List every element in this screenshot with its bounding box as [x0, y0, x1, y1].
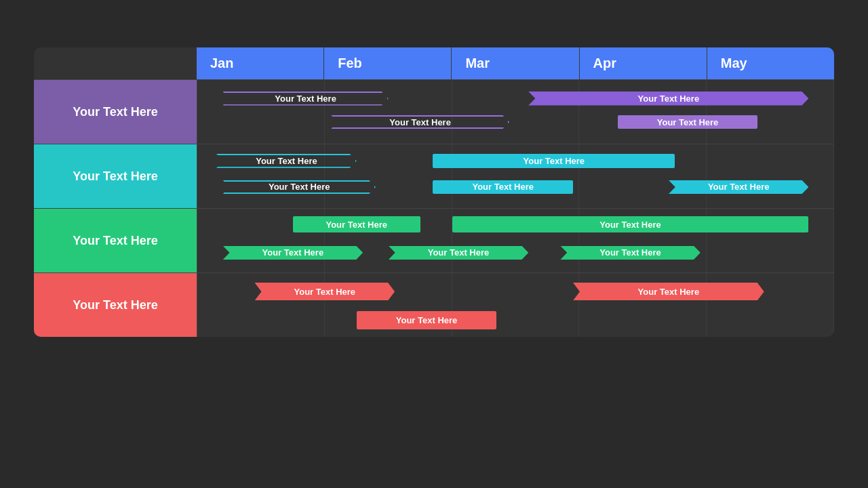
swimlane-row-4: Your Text HereYour Text HereYour Text He… — [34, 272, 834, 337]
grid-col-4 — [579, 144, 707, 208]
page: JanFebMarAprMay Your Text HereYour Text … — [0, 0, 868, 357]
grid-col-3 — [452, 209, 580, 272]
grid-col-2 — [325, 80, 452, 144]
grid-col-3 — [452, 80, 580, 144]
grid-col-2 — [325, 273, 452, 337]
grid-col-5 — [707, 209, 834, 272]
grid-col-4 — [579, 209, 707, 272]
lane-content-4: Your Text HereYour Text HereYour Text He… — [197, 273, 834, 337]
lane-label-4: Your Text Here — [34, 273, 197, 337]
grid-col-1 — [197, 80, 325, 144]
header-row: JanFebMarAprMay — [197, 47, 834, 79]
month-header-may: May — [707, 47, 834, 79]
month-header-jan: Jan — [197, 47, 324, 79]
grid-col-4 — [579, 80, 707, 144]
grid-col-1 — [197, 273, 325, 337]
grid-col-5 — [707, 273, 834, 337]
lane-content-2: Your Text HereYour Text HereYour Text He… — [197, 144, 834, 208]
lane-label-3: Your Text Here — [34, 209, 197, 272]
grid-col-4 — [579, 273, 707, 337]
lane-label-1: Your Text Here — [34, 80, 197, 144]
month-header-mar: Mar — [452, 47, 579, 79]
lane-label-2: Your Text Here — [34, 144, 197, 208]
grid-col-3 — [452, 273, 580, 337]
grid-col-1 — [197, 144, 325, 208]
grid-col-5 — [707, 144, 834, 208]
timeline-container: JanFebMarAprMay Your Text HereYour Text … — [34, 47, 834, 337]
month-header-apr: Apr — [580, 47, 707, 79]
lane-content-1: Your Text HereYour Text HereYour Text He… — [197, 80, 834, 144]
grid-col-2 — [325, 209, 452, 272]
lane-content-3: Your Text HereYour Text HereYour Text He… — [197, 209, 834, 272]
swimlane-row-3: Your Text HereYour Text HereYour Text He… — [34, 208, 834, 272]
grid-col-1 — [197, 209, 325, 272]
swimlane-row-1: Your Text HereYour Text HereYour Text He… — [34, 79, 834, 144]
grid-col-2 — [325, 144, 452, 208]
month-header-feb: Feb — [324, 47, 452, 79]
grid-col-5 — [707, 80, 834, 144]
grid-col-3 — [452, 144, 580, 208]
swimlanes: Your Text HereYour Text HereYour Text He… — [34, 79, 834, 337]
swimlane-row-2: Your Text HereYour Text HereYour Text He… — [34, 144, 834, 208]
